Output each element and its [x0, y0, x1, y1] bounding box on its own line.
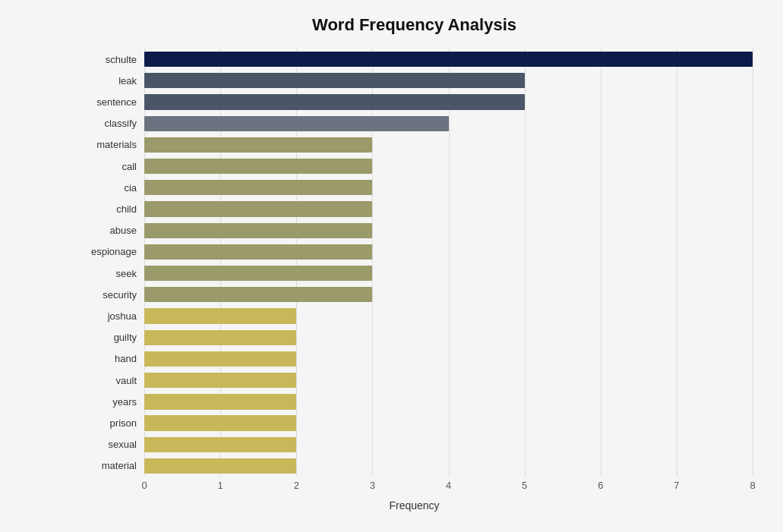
bar-track-abuse — [144, 220, 753, 241]
bar-joshua — [144, 308, 296, 323]
chart-title: Word Frequency Analysis — [76, 15, 753, 35]
bar-sentence — [144, 94, 525, 109]
bar-row-schulte — [144, 49, 753, 70]
y-label-sexual: sexual — [76, 434, 144, 455]
bar-materials — [144, 137, 372, 153]
bar-row-material — [144, 455, 753, 477]
y-label-security: security — [76, 284, 144, 305]
y-label-cia: cia — [76, 177, 144, 198]
bar-track-years — [144, 391, 753, 412]
x-axis-label: Frequency — [76, 499, 753, 512]
bar-row-security — [144, 284, 753, 305]
bar-track-sexual — [144, 434, 753, 455]
x-tick-7: 7 — [674, 480, 679, 491]
bar-row-years — [144, 391, 753, 412]
bar-track-prison — [144, 412, 753, 433]
bar-track-child — [144, 198, 753, 219]
bar-call — [144, 159, 372, 174]
grid-line-8 — [753, 49, 753, 477]
bar-row-seek — [144, 263, 753, 284]
bar-child — [144, 201, 372, 216]
x-tick-3: 3 — [370, 480, 375, 491]
bar-row-joshua — [144, 305, 753, 326]
bar-sexual — [144, 437, 296, 452]
bar-security — [144, 287, 372, 302]
x-tick-8: 8 — [750, 480, 755, 491]
bar-hand — [144, 351, 296, 367]
bar-row-call — [144, 156, 753, 177]
bar-row-vault — [144, 370, 753, 391]
plot-area — [144, 49, 753, 477]
x-axis: 012345678 — [144, 480, 753, 495]
y-label-vault: vault — [76, 370, 144, 391]
y-label-call: call — [76, 156, 144, 177]
x-tick-1: 1 — [218, 480, 223, 491]
y-label-classify: classify — [76, 113, 144, 134]
y-label-sentence: sentence — [76, 91, 144, 112]
bar-guilty — [144, 330, 296, 345]
bar-row-prison — [144, 412, 753, 433]
x-tick-6: 6 — [598, 480, 603, 491]
bar-row-espionage — [144, 241, 753, 263]
bar-row-sexual — [144, 434, 753, 455]
bar-track-call — [144, 156, 753, 177]
bar-track-schulte — [144, 49, 753, 70]
bar-material — [144, 458, 296, 474]
x-tick-0: 0 — [141, 480, 147, 491]
y-label-hand: hand — [76, 348, 144, 370]
bar-schulte — [144, 52, 753, 67]
bar-track-material — [144, 455, 753, 477]
bar-espionage — [144, 244, 372, 260]
bar-seek — [144, 266, 372, 281]
bar-row-cia — [144, 177, 753, 198]
y-label-material: material — [76, 455, 144, 477]
x-tick-4: 4 — [446, 480, 451, 491]
x-tick-5: 5 — [522, 480, 527, 491]
bar-row-guilty — [144, 327, 753, 348]
bar-track-espionage — [144, 241, 753, 263]
y-label-leak: leak — [76, 70, 144, 91]
y-label-prison: prison — [76, 412, 144, 433]
y-label-child: child — [76, 198, 144, 219]
bar-row-child — [144, 198, 753, 219]
bar-leak — [144, 73, 525, 88]
y-label-joshua: joshua — [76, 305, 144, 326]
bar-track-leak — [144, 70, 753, 91]
bars-container — [144, 49, 753, 477]
bar-row-materials — [144, 134, 753, 156]
bar-track-classify — [144, 113, 753, 134]
bar-row-abuse — [144, 220, 753, 241]
bar-classify — [144, 116, 449, 131]
x-tick-2: 2 — [294, 480, 299, 491]
bar-row-sentence — [144, 91, 753, 112]
chart-container: Word Frequency Analysis schulteleaksente… — [0, 0, 783, 532]
bar-years — [144, 394, 296, 409]
y-label-years: years — [76, 391, 144, 412]
y-label-espionage: espionage — [76, 241, 144, 263]
y-label-seek: seek — [76, 263, 144, 284]
y-label-schulte: schulte — [76, 49, 144, 70]
bar-row-hand — [144, 348, 753, 370]
bar-track-seek — [144, 263, 753, 284]
y-label-abuse: abuse — [76, 220, 144, 241]
bar-track-security — [144, 284, 753, 305]
y-axis-labels: schulteleaksentenceclassifymaterialscall… — [76, 49, 144, 477]
y-label-guilty: guilty — [76, 327, 144, 348]
bar-prison — [144, 415, 296, 430]
bar-track-sentence — [144, 91, 753, 112]
bar-row-leak — [144, 70, 753, 91]
bar-vault — [144, 373, 296, 388]
bar-track-cia — [144, 177, 753, 198]
y-label-materials: materials — [76, 134, 144, 156]
bar-track-joshua — [144, 305, 753, 326]
bar-abuse — [144, 223, 372, 238]
bar-track-materials — [144, 134, 753, 156]
bar-track-vault — [144, 370, 753, 391]
bar-row-classify — [144, 113, 753, 134]
bar-track-hand — [144, 348, 753, 370]
bar-cia — [144, 180, 372, 195]
bar-track-guilty — [144, 327, 753, 348]
